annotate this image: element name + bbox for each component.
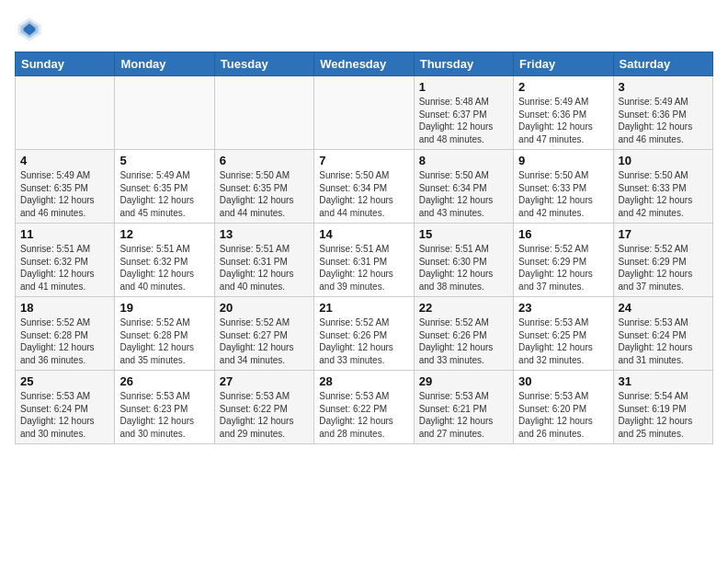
calendar-cell: 12Sunrise: 5:51 AM Sunset: 6:32 PM Dayli… bbox=[115, 224, 214, 297]
calendar-cell: 2Sunrise: 5:49 AM Sunset: 6:36 PM Daylig… bbox=[514, 76, 613, 150]
page-header bbox=[15, 15, 713, 44]
calendar-cell: 15Sunrise: 5:51 AM Sunset: 6:30 PM Dayli… bbox=[414, 224, 513, 297]
cell-content: Sunrise: 5:50 AM Sunset: 6:34 PM Dayligh… bbox=[319, 169, 408, 219]
day-number: 3 bbox=[619, 80, 708, 94]
cell-content: Sunrise: 5:50 AM Sunset: 6:34 PM Dayligh… bbox=[419, 169, 508, 219]
day-number: 18 bbox=[20, 301, 109, 315]
calendar-cell: 5Sunrise: 5:49 AM Sunset: 6:35 PM Daylig… bbox=[115, 150, 214, 224]
calendar-cell: 11Sunrise: 5:51 AM Sunset: 6:32 PM Dayli… bbox=[16, 224, 115, 297]
cell-content: Sunrise: 5:49 AM Sunset: 6:35 PM Dayligh… bbox=[20, 169, 109, 219]
cell-content: Sunrise: 5:54 AM Sunset: 6:19 PM Dayligh… bbox=[619, 390, 708, 440]
cell-content: Sunrise: 5:51 AM Sunset: 6:31 PM Dayligh… bbox=[220, 243, 309, 293]
day-number: 7 bbox=[319, 154, 408, 167]
calendar-table: SundayMondayTuesdayWednesdayThursdayFrid… bbox=[15, 52, 713, 444]
logo bbox=[15, 15, 48, 44]
day-number: 6 bbox=[220, 154, 309, 167]
day-number: 26 bbox=[119, 374, 209, 388]
calendar-week-1: 1Sunrise: 5:48 AM Sunset: 6:37 PM Daylig… bbox=[16, 76, 713, 150]
cell-content: Sunrise: 5:53 AM Sunset: 6:23 PM Dayligh… bbox=[119, 390, 209, 440]
cell-content: Sunrise: 5:52 AM Sunset: 6:29 PM Dayligh… bbox=[619, 243, 708, 293]
cell-content: Sunrise: 5:53 AM Sunset: 6:20 PM Dayligh… bbox=[518, 390, 608, 440]
cell-content: Sunrise: 5:53 AM Sunset: 6:25 PM Dayligh… bbox=[518, 316, 608, 366]
day-number: 13 bbox=[220, 227, 309, 241]
day-number: 30 bbox=[518, 374, 608, 388]
cell-content: Sunrise: 5:53 AM Sunset: 6:24 PM Dayligh… bbox=[619, 316, 708, 366]
cell-content: Sunrise: 5:52 AM Sunset: 6:28 PM Dayligh… bbox=[119, 316, 209, 366]
calendar-cell: 27Sunrise: 5:53 AM Sunset: 6:22 PM Dayli… bbox=[214, 371, 313, 444]
calendar-header-saturday: Saturday bbox=[613, 52, 712, 76]
day-number: 16 bbox=[518, 227, 608, 241]
calendar-cell: 1Sunrise: 5:48 AM Sunset: 6:37 PM Daylig… bbox=[414, 76, 513, 150]
day-number: 1 bbox=[419, 80, 508, 94]
day-number: 5 bbox=[119, 154, 209, 167]
day-number: 4 bbox=[20, 154, 109, 167]
calendar-cell bbox=[115, 76, 214, 150]
calendar-cell: 17Sunrise: 5:52 AM Sunset: 6:29 PM Dayli… bbox=[613, 224, 712, 297]
calendar-header-monday: Monday bbox=[115, 52, 214, 76]
calendar-week-4: 18Sunrise: 5:52 AM Sunset: 6:28 PM Dayli… bbox=[16, 297, 713, 371]
cell-content: Sunrise: 5:49 AM Sunset: 6:36 PM Dayligh… bbox=[518, 96, 608, 145]
cell-content: Sunrise: 5:51 AM Sunset: 6:32 PM Dayligh… bbox=[20, 243, 109, 293]
calendar-cell: 29Sunrise: 5:53 AM Sunset: 6:21 PM Dayli… bbox=[414, 371, 513, 444]
calendar-cell: 30Sunrise: 5:53 AM Sunset: 6:20 PM Dayli… bbox=[514, 371, 613, 444]
cell-content: Sunrise: 5:50 AM Sunset: 6:35 PM Dayligh… bbox=[220, 169, 309, 219]
calendar-header-wednesday: Wednesday bbox=[314, 52, 414, 76]
calendar-week-5: 25Sunrise: 5:53 AM Sunset: 6:24 PM Dayli… bbox=[16, 371, 713, 444]
calendar-cell: 13Sunrise: 5:51 AM Sunset: 6:31 PM Dayli… bbox=[214, 224, 313, 297]
calendar-cell: 21Sunrise: 5:52 AM Sunset: 6:26 PM Dayli… bbox=[314, 297, 414, 371]
day-number: 29 bbox=[419, 374, 508, 388]
calendar-week-2: 4Sunrise: 5:49 AM Sunset: 6:35 PM Daylig… bbox=[16, 150, 713, 224]
cell-content: Sunrise: 5:53 AM Sunset: 6:22 PM Dayligh… bbox=[319, 390, 408, 440]
calendar-cell: 23Sunrise: 5:53 AM Sunset: 6:25 PM Dayli… bbox=[514, 297, 613, 371]
calendar-cell: 31Sunrise: 5:54 AM Sunset: 6:19 PM Dayli… bbox=[613, 371, 712, 444]
calendar-cell: 9Sunrise: 5:50 AM Sunset: 6:33 PM Daylig… bbox=[514, 150, 613, 224]
calendar-cell: 22Sunrise: 5:52 AM Sunset: 6:26 PM Dayli… bbox=[414, 297, 513, 371]
cell-content: Sunrise: 5:53 AM Sunset: 6:21 PM Dayligh… bbox=[419, 390, 508, 440]
cell-content: Sunrise: 5:49 AM Sunset: 6:36 PM Dayligh… bbox=[619, 96, 708, 145]
cell-content: Sunrise: 5:52 AM Sunset: 6:29 PM Dayligh… bbox=[518, 243, 608, 293]
day-number: 8 bbox=[419, 154, 508, 167]
cell-content: Sunrise: 5:53 AM Sunset: 6:24 PM Dayligh… bbox=[20, 390, 109, 440]
day-number: 28 bbox=[319, 374, 408, 388]
logo-icon bbox=[15, 15, 44, 44]
cell-content: Sunrise: 5:50 AM Sunset: 6:33 PM Dayligh… bbox=[518, 169, 608, 219]
day-number: 20 bbox=[220, 301, 309, 315]
calendar-cell: 19Sunrise: 5:52 AM Sunset: 6:28 PM Dayli… bbox=[115, 297, 214, 371]
day-number: 31 bbox=[619, 374, 708, 388]
cell-content: Sunrise: 5:52 AM Sunset: 6:26 PM Dayligh… bbox=[319, 316, 408, 366]
cell-content: Sunrise: 5:53 AM Sunset: 6:22 PM Dayligh… bbox=[220, 390, 309, 440]
calendar-cell: 20Sunrise: 5:52 AM Sunset: 6:27 PM Dayli… bbox=[214, 297, 313, 371]
cell-content: Sunrise: 5:52 AM Sunset: 6:27 PM Dayligh… bbox=[220, 316, 309, 366]
day-number: 21 bbox=[319, 301, 408, 315]
calendar-header-row: SundayMondayTuesdayWednesdayThursdayFrid… bbox=[16, 52, 713, 76]
calendar-cell: 3Sunrise: 5:49 AM Sunset: 6:36 PM Daylig… bbox=[613, 76, 712, 150]
calendar-cell: 10Sunrise: 5:50 AM Sunset: 6:33 PM Dayli… bbox=[613, 150, 712, 224]
cell-content: Sunrise: 5:52 AM Sunset: 6:28 PM Dayligh… bbox=[20, 316, 109, 366]
day-number: 9 bbox=[518, 154, 608, 167]
calendar-cell: 8Sunrise: 5:50 AM Sunset: 6:34 PM Daylig… bbox=[414, 150, 513, 224]
cell-content: Sunrise: 5:51 AM Sunset: 6:30 PM Dayligh… bbox=[419, 243, 508, 293]
calendar-cell: 6Sunrise: 5:50 AM Sunset: 6:35 PM Daylig… bbox=[214, 150, 313, 224]
cell-content: Sunrise: 5:49 AM Sunset: 6:35 PM Dayligh… bbox=[119, 169, 209, 219]
cell-content: Sunrise: 5:51 AM Sunset: 6:32 PM Dayligh… bbox=[119, 243, 209, 293]
calendar-cell: 4Sunrise: 5:49 AM Sunset: 6:35 PM Daylig… bbox=[16, 150, 115, 224]
day-number: 24 bbox=[619, 301, 708, 315]
calendar-cell bbox=[16, 76, 115, 150]
calendar-cell: 26Sunrise: 5:53 AM Sunset: 6:23 PM Dayli… bbox=[115, 371, 214, 444]
day-number: 2 bbox=[518, 80, 608, 94]
calendar-header-tuesday: Tuesday bbox=[214, 52, 313, 76]
day-number: 25 bbox=[20, 374, 109, 388]
day-number: 27 bbox=[220, 374, 309, 388]
calendar-cell: 28Sunrise: 5:53 AM Sunset: 6:22 PM Dayli… bbox=[314, 371, 414, 444]
calendar-week-3: 11Sunrise: 5:51 AM Sunset: 6:32 PM Dayli… bbox=[16, 224, 713, 297]
calendar-cell: 16Sunrise: 5:52 AM Sunset: 6:29 PM Dayli… bbox=[514, 224, 613, 297]
cell-content: Sunrise: 5:52 AM Sunset: 6:26 PM Dayligh… bbox=[419, 316, 508, 366]
day-number: 23 bbox=[518, 301, 608, 315]
calendar-header-friday: Friday bbox=[514, 52, 613, 76]
calendar-cell: 14Sunrise: 5:51 AM Sunset: 6:31 PM Dayli… bbox=[314, 224, 414, 297]
calendar-cell: 25Sunrise: 5:53 AM Sunset: 6:24 PM Dayli… bbox=[16, 371, 115, 444]
calendar-cell: 7Sunrise: 5:50 AM Sunset: 6:34 PM Daylig… bbox=[314, 150, 414, 224]
day-number: 12 bbox=[119, 227, 209, 241]
calendar-header-sunday: Sunday bbox=[16, 52, 115, 76]
day-number: 17 bbox=[619, 227, 708, 241]
